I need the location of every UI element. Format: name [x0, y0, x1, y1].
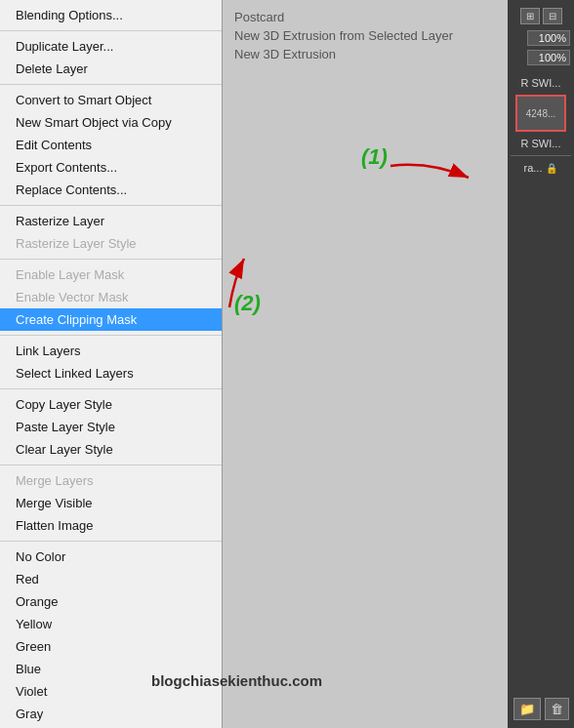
- layer-row-3: ra...🔒: [524, 160, 558, 176]
- menu-item-copy-style[interactable]: Copy Layer Style: [0, 393, 222, 416]
- opacity-row: 100%: [508, 28, 574, 48]
- menu-separator: [0, 465, 222, 465]
- layer-name-1: R SWI...: [521, 77, 561, 89]
- center-top-items: PostcardNew 3D Extrusion from Selected L…: [223, 0, 508, 71]
- menu-item-new-smart-copy[interactable]: New Smart Object via Copy: [0, 111, 222, 134]
- layer-name-3: ra...: [524, 162, 543, 174]
- menu-item-paste-style[interactable]: Paste Layer Style: [0, 416, 222, 438]
- opacity-field[interactable]: 100%: [527, 30, 570, 46]
- fill-field[interactable]: 100%: [527, 50, 570, 65]
- layer-name-2: R SWI...: [521, 138, 561, 149]
- menu-item-red[interactable]: Red: [0, 568, 222, 590]
- center-area: PostcardNew 3D Extrusion from Selected L…: [223, 0, 508, 728]
- menu-item-gray[interactable]: Gray: [0, 703, 222, 725]
- menu-separator: [0, 84, 222, 85]
- menu-item-orange[interactable]: Orange: [0, 590, 222, 613]
- menu-item-merge-visible[interactable]: Merge Visible: [0, 492, 222, 514]
- menu-separator: [0, 335, 222, 336]
- menu-item-select-linked[interactable]: Select Linked Layers: [0, 362, 222, 384]
- watermark-text: blogchiasekienthuc.com: [151, 672, 322, 689]
- center-top-item[interactable]: New 3D Extrusion from Selected Layer: [234, 26, 496, 45]
- annotation-label-1: (1): [361, 144, 388, 170]
- menu-item-blending-options[interactable]: Blending Options...: [0, 4, 222, 26]
- menu-item-enable-vector-mask: Enable Vector Mask: [0, 286, 222, 308]
- menu-separator: [0, 205, 222, 206]
- menu-item-replace-contents[interactable]: Replace Contents...: [0, 179, 222, 201]
- menu-item-enable-layer-mask: Enable Layer Mask: [0, 263, 222, 286]
- menu-item-edit-contents[interactable]: Edit Contents: [0, 134, 222, 156]
- menu-item-convert-smart[interactable]: Convert to Smart Object: [0, 89, 222, 111]
- layer-thumbnail[interactable]: 4248...: [515, 95, 566, 132]
- fill-row: 100%: [508, 48, 574, 67]
- menu-item-rasterize-style: Rasterize Layer Style: [0, 232, 222, 255]
- menu-separator: [0, 388, 222, 389]
- menu-item-delete-layer[interactable]: Delete Layer: [0, 58, 222, 80]
- bottom-action-btn[interactable]: 📁: [513, 698, 541, 720]
- panel-icon-btn[interactable]: ⊟: [543, 8, 562, 24]
- menu-item-merge-layers: Merge Layers: [0, 469, 222, 492]
- menu-item-flatten-image[interactable]: Flatten Image: [0, 514, 222, 537]
- menu-item-yellow[interactable]: Yellow: [0, 613, 222, 635]
- menu-item-no-color[interactable]: No Color: [0, 546, 222, 568]
- center-top-item[interactable]: New 3D Extrusion: [234, 45, 496, 63]
- lock-icon: 🔒: [546, 163, 557, 174]
- menu-item-create-clipping-mask[interactable]: Create Clipping Mask: [0, 308, 222, 331]
- menu-item-rasterize-layer[interactable]: Rasterize Layer: [0, 210, 222, 232]
- menu-item-clear-style[interactable]: Clear Layer Style: [0, 438, 222, 461]
- annotation-label-2: (2): [234, 291, 261, 316]
- panel-icon-btn[interactable]: ⊞: [520, 8, 540, 24]
- context-menu: Blending Options...Duplicate Layer...Del…: [0, 0, 223, 728]
- panel-top-buttons: ⊞⊟: [516, 4, 566, 24]
- menu-item-link-layers[interactable]: Link Layers: [0, 340, 222, 362]
- menu-separator: [0, 30, 222, 31]
- menu-item-duplicate-layer[interactable]: Duplicate Layer...: [0, 35, 222, 58]
- arrow-1: [381, 156, 478, 195]
- menu-item-green[interactable]: Green: [0, 635, 222, 658]
- menu-item-export-contents[interactable]: Export Contents...: [0, 156, 222, 179]
- center-top-item[interactable]: Postcard: [234, 8, 496, 26]
- menu-separator: [0, 259, 222, 260]
- bottom-action-row: 📁🗑: [510, 690, 573, 728]
- bottom-action-btn[interactable]: 🗑: [545, 698, 569, 720]
- right-panel: ⊞⊟100%100%R SWI...4248...R SWI...ra...🔒📁…: [508, 0, 574, 728]
- menu-separator: [0, 541, 222, 542]
